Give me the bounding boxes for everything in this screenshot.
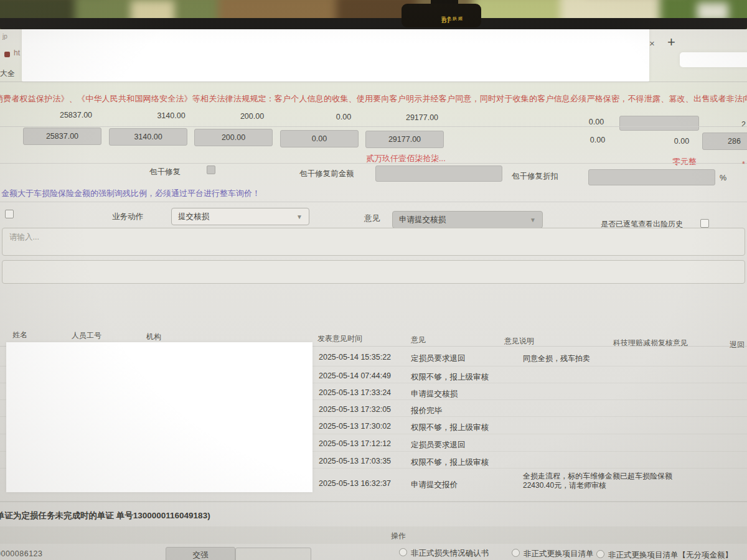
doc-option-label: 非正式损失情况确认书 — [411, 548, 489, 559]
row-time: 2025-05-13 17:33:24 — [319, 388, 391, 397]
browser-corner-glyph: jp — [2, 33, 7, 40]
col-header-name: 姓名 — [12, 330, 27, 340]
row-time: 2025-05-13 17:30:02 — [319, 422, 391, 431]
history-checkbox[interactable] — [700, 219, 709, 228]
doc-option-radio[interactable] — [512, 549, 520, 557]
doc-option-label: 非正式更换项目清单【无分项金额】 — [608, 550, 733, 560]
amount-text: 0.00 — [674, 137, 689, 146]
business-action-value: 提交核损 — [178, 212, 209, 222]
jiaoqiang-adjacent-input[interactable] — [235, 548, 311, 560]
amount-in-words-zero: 零元整 — [672, 156, 697, 167]
row-opinion: 申请提交核损 — [411, 389, 458, 399]
required-mark: * — [742, 160, 745, 169]
divider — [0, 82, 747, 82]
bookmark-daquan[interactable]: 大全 — [0, 68, 15, 79]
textarea-placeholder: 请输入... — [9, 232, 39, 243]
chevron-down-icon: ▼ — [530, 217, 536, 223]
document-note: 单证为定损任务未完成时的单证 单号1300000116049183) — [0, 510, 210, 521]
percent-sign: % — [720, 174, 726, 182]
col-header-opinion-desc: 意见说明 — [504, 336, 534, 347]
row-time: 2025-05-13 17:32:05 — [319, 405, 391, 414]
amount-text: 200.00 — [240, 112, 264, 121]
operation-band — [0, 526, 747, 544]
col-header-opinion: 意见 — [411, 335, 426, 345]
col-header-staff-id: 人员工号 — [72, 330, 101, 341]
business-action-select[interactable]: 提交核损 ▼ — [171, 208, 309, 225]
redaction-overlay-top — [22, 29, 649, 82]
jiaoqiang-button[interactable]: 交强 — [166, 547, 235, 560]
row-select-checkbox[interactable] — [5, 210, 14, 218]
opinion-label: 意见 — [364, 213, 380, 224]
amount-input[interactable]: 0.00 — [280, 130, 359, 147]
photo-of-monitor: Bl蓝色妖姬 jp ht 大全 × + 消费者权益保护法》、《中华人民共和国网络… — [0, 0, 747, 560]
row-opinion: 定损员要求退回 — [411, 440, 466, 450]
chevron-down-icon: ▼ — [296, 213, 303, 220]
amount-input-clipped[interactable]: 286 — [702, 133, 747, 150]
secondary-textarea[interactable] — [2, 260, 745, 284]
amount-text: 0.00 — [590, 136, 605, 144]
amount-text: 0.00 — [589, 118, 604, 126]
doc-option-label: 非正式更换项目清单 — [524, 549, 594, 559]
row-opinion: 权限不够，报上级审核 — [411, 457, 489, 468]
address-bar-url[interactable]: ht — [14, 49, 20, 57]
row-time: 2025-05-13 17:12:12 — [319, 439, 391, 448]
amount-input[interactable]: 29177.00 — [365, 131, 444, 148]
amount-input[interactable]: 25837.00 — [23, 128, 101, 145]
tab-close-icon[interactable]: × — [649, 38, 655, 49]
amount-text: 25837.00 — [60, 111, 92, 119]
amount-text: 3140.00 — [157, 111, 185, 120]
row-opinion: 申请提交报价 — [411, 480, 458, 490]
opinion-select[interactable]: 申请提交核损 ▼ — [392, 211, 543, 228]
document-number: 0000086123 — [0, 549, 43, 558]
row-opinion: 报价完毕 — [411, 406, 442, 416]
site-favicon — [4, 52, 10, 57]
row-opinion: 权限不够，报上级审核 — [411, 422, 489, 433]
row-desc: 全损走流程，标的车维修金额已超车损险保额22430.40元，请老师审核 — [523, 472, 703, 490]
doc-option-radio[interactable] — [399, 548, 407, 556]
monitor-screen: jp ht 大全 × + 消费者权益保护法》、《中华人民共和国网络安全法》等相关… — [0, 29, 747, 560]
row-opinion: 定损员要求退回 — [411, 353, 466, 364]
row-desc: 同意全损，残车拍卖 — [523, 354, 703, 363]
redaction-overlay-table — [6, 342, 312, 492]
row-time: 2025-05-14 15:35:22 — [319, 353, 391, 362]
new-tab-icon[interactable]: + — [667, 34, 675, 50]
amount-text: 0.00 — [336, 113, 351, 121]
redaction-overlay-right — [680, 52, 747, 67]
baogan-repair-label: 包干修复 — [149, 167, 181, 177]
baogan-repair-checkbox[interactable] — [207, 166, 215, 174]
col-header-time: 发表意见时间 — [317, 334, 362, 344]
amount-input[interactable]: 3140.00 — [109, 128, 187, 146]
opinion-value: 申请提交核损 — [399, 215, 446, 225]
comment-textarea[interactable]: 请输入... — [2, 228, 745, 256]
col-header-org: 机构 — [146, 332, 161, 342]
baogan-discount-label: 包干修复折扣 — [512, 171, 558, 182]
row-opinion: 权限不够，报上级审核 — [411, 372, 489, 383]
webcam: Bl蓝色妖姬 — [402, 4, 481, 27]
row-time: 2025-05-14 07:44:49 — [319, 371, 391, 380]
amount-text-clipped: 2 — [741, 120, 746, 129]
row-time: 2025-05-13 16:32:37 — [319, 479, 391, 488]
baogan-discount-input[interactable] — [588, 169, 715, 185]
salvage-inquiry-warning: 金额大于车损险保险金额的强制询残比例，必须通过平台进行整车询价！ — [1, 188, 260, 199]
amount-input[interactable] — [619, 116, 699, 131]
business-action-label: 业务动作 — [112, 212, 143, 222]
privacy-legal-notice: 消费者权益保护法》、《中华人民共和国网络安全法》等相关法律法规规定：客户个人信息… — [0, 93, 747, 105]
amount-text: 29177.00 — [406, 113, 438, 122]
operation-label: 操作 — [391, 531, 406, 541]
monitor-bezel — [0, 18, 747, 29]
amount-input[interactable]: 200.00 — [194, 129, 273, 146]
doc-option-radio[interactable] — [596, 550, 604, 558]
baogan-pre-amount-input[interactable] — [375, 166, 502, 182]
baogan-pre-amount-label: 包干修复前金额 — [299, 169, 354, 179]
row-time: 2025-05-13 17:03:35 — [319, 457, 391, 465]
